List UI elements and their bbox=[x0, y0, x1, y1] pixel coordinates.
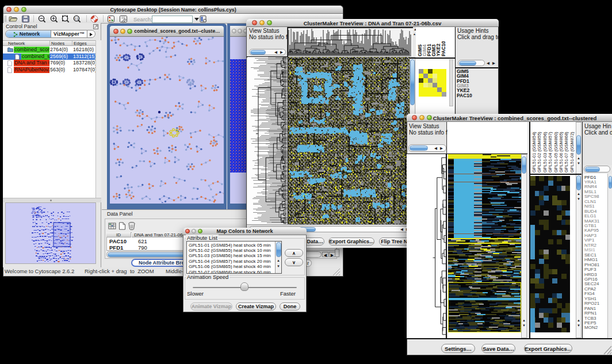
svg-text:GPL51-04 (GSM857): GPL51-04 (GSM857) bbox=[548, 132, 553, 173]
svg-text:GPL51-03 (GSM856): GPL51-03 (GSM856) bbox=[542, 132, 548, 173]
svg-text:GPL51-05 (GSM860): GPL51-05 (GSM860) bbox=[553, 132, 559, 173]
svg-text:PAC10: PAC10 bbox=[441, 41, 446, 56]
svg-text:GPL51-02 (GSM855): GPL51-02 (GSM855) bbox=[537, 132, 542, 173]
svg-text:GPL51-07 (GSM868): GPL51-07 (GSM868) bbox=[564, 132, 569, 173]
svg-text:1:1: 1:1 bbox=[75, 17, 79, 20]
svg-text:GPL51-08 (GSM872): GPL51-08 (GSM872) bbox=[569, 132, 575, 173]
svg-text:GPL51-01 (GSM854): GPL51-01 (GSM854) bbox=[531, 132, 537, 173]
svg-text:GPL51-06 (GSM865): GPL51-06 (GSM865) bbox=[559, 132, 564, 173]
